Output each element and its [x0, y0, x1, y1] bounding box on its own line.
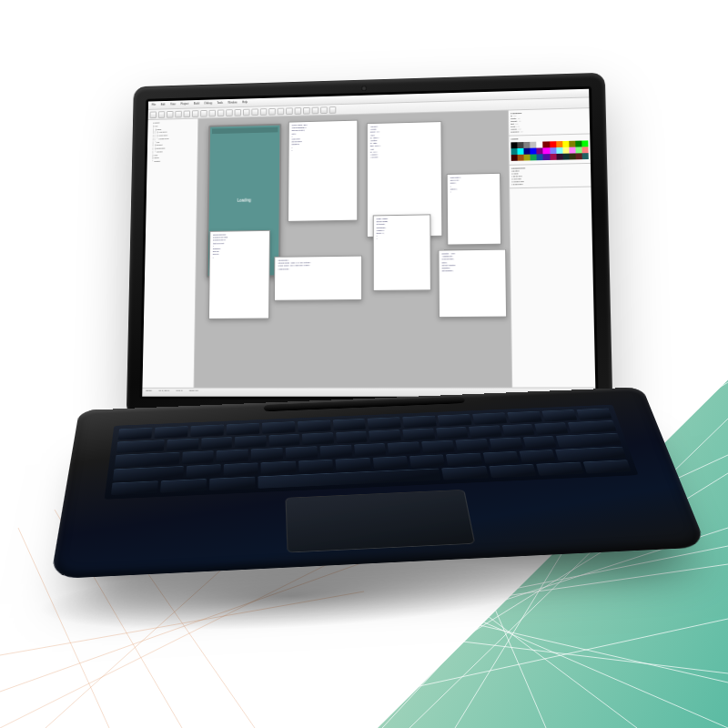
keyboard-key [438, 414, 472, 426]
toolbar-button [158, 111, 166, 118]
keyboard-key [441, 466, 489, 480]
keyboard-key [319, 445, 352, 458]
keyboard-key [235, 436, 266, 449]
toolbar-button [150, 111, 157, 118]
keyboard-key [472, 412, 507, 424]
keyboard-key [251, 448, 283, 460]
toolbar-button [320, 106, 328, 114]
toolbar-button [243, 109, 250, 116]
toolbar-button [200, 110, 207, 117]
toolbar-button [175, 111, 182, 118]
keyboard-key [354, 443, 387, 456]
menu-item: File [152, 104, 157, 106]
keyboard-key [519, 450, 556, 462]
toolbar-button [329, 106, 337, 114]
keyboard-key [455, 439, 489, 451]
statusbar-segment: UTF-8 [177, 389, 183, 396]
color-swatch [582, 153, 589, 159]
keyboard-key [542, 410, 578, 421]
keyboard-key [368, 417, 401, 430]
keyboard-key [190, 425, 224, 438]
laptop-bezel: FileEditViewProjectBuildDebugToolsWindow… [139, 86, 598, 399]
keyboard-key [113, 466, 184, 481]
keyboard-key [522, 436, 556, 449]
keyboard-key [217, 450, 248, 462]
toolbar-button [268, 108, 276, 116]
code-window: dependencies{ compile libs.core compile … [208, 230, 270, 319]
keyboard-key [421, 440, 455, 453]
toolbar-button [260, 108, 268, 116]
menu-item: Window [228, 101, 238, 105]
menu-item: Debug [205, 102, 212, 106]
statusbar-segment: Build: OK [189, 389, 198, 396]
keyboard-key [200, 437, 232, 450]
keyboard-key [568, 420, 617, 433]
components-panel: Components • Button• Label• TextField• L… [510, 164, 592, 188]
keyboard-key [556, 433, 622, 447]
keyboard-key [436, 427, 469, 440]
keyboard-key [227, 423, 259, 436]
color-palette-panel: Palette [509, 134, 591, 166]
code-line: } [291, 147, 354, 152]
toolbar-button [217, 109, 225, 116]
keyboard-key [369, 430, 401, 442]
keyboard-key [402, 429, 435, 441]
keyboard-key [261, 460, 296, 474]
webcam-icon [361, 86, 367, 91]
code-window: <resources> <string name="app">MyApp</st… [274, 256, 362, 301]
mobile-loading-label: Loading [238, 197, 251, 202]
laptop-screen-lid: FileEditViewProjectBuildDebugToolsWindow… [126, 73, 613, 420]
menu-item: Edit [161, 104, 166, 106]
code-line: } [213, 256, 267, 259]
toolbar-button [226, 109, 233, 116]
tree-item: └ gradle [148, 159, 195, 164]
code-line: </layout> [370, 155, 439, 159]
toolbar-button [295, 107, 302, 115]
laptop-base [50, 387, 706, 579]
component-item: • Checkbox [511, 182, 589, 187]
keyboard-key [209, 477, 256, 491]
keyboard-key [469, 426, 501, 439]
keyboard-key [446, 452, 482, 466]
keyboard-key [268, 434, 299, 447]
keyboard-key [116, 440, 165, 453]
keyboard-key [372, 456, 408, 470]
keyboard-key [583, 460, 632, 473]
toolbar-button [184, 110, 191, 117]
code-window: adapter = new Adapter(ctx, R.layout.row,… [438, 249, 507, 318]
toolbar-button [251, 108, 258, 116]
keyboard-key [536, 462, 584, 476]
toolbar-button [208, 110, 216, 117]
laptop-illustration: FileEditViewProjectBuildDebugToolsWindow… [91, 73, 637, 655]
toolbar-button [235, 109, 242, 116]
ide-body: Project ├ src │ ├ main │ │ ├ App.java │ … [142, 108, 595, 388]
keyboard-key [167, 439, 198, 451]
code-line: list.refresh(); [442, 269, 503, 273]
menu-item: View [170, 103, 176, 106]
keyboard-key [489, 464, 536, 478]
keyboard-key [160, 479, 207, 493]
keyboard-key [482, 451, 519, 464]
keyboard-key [502, 424, 536, 437]
code-window: class Model{ String name; int count; Lis… [373, 214, 431, 291]
toolbar-button [167, 111, 174, 118]
laptop-display: FileEditViewProjectBuildDebugToolsWindow… [142, 89, 595, 397]
laptop-keyboard [105, 405, 639, 500]
keyboard-key [118, 428, 153, 440]
properties-panel: Properties id : —width : —height : —text… [509, 108, 590, 136]
keyboard-key [115, 452, 179, 467]
keyboard-key [224, 462, 258, 476]
keyboard-key [336, 458, 371, 471]
keyboard-key [410, 454, 446, 468]
keyboard-key [182, 451, 215, 464]
toolbar-button [312, 107, 319, 115]
toolbar-button [303, 107, 310, 115]
keyboard-key [388, 442, 420, 455]
keyboard-key [332, 419, 366, 431]
laptop-trackpad [285, 490, 475, 553]
toolbar-button [286, 107, 293, 115]
keyboard-key [262, 421, 295, 434]
code-line: } [377, 237, 428, 240]
keyboard-key [336, 431, 368, 444]
keyboard-key [489, 438, 522, 450]
